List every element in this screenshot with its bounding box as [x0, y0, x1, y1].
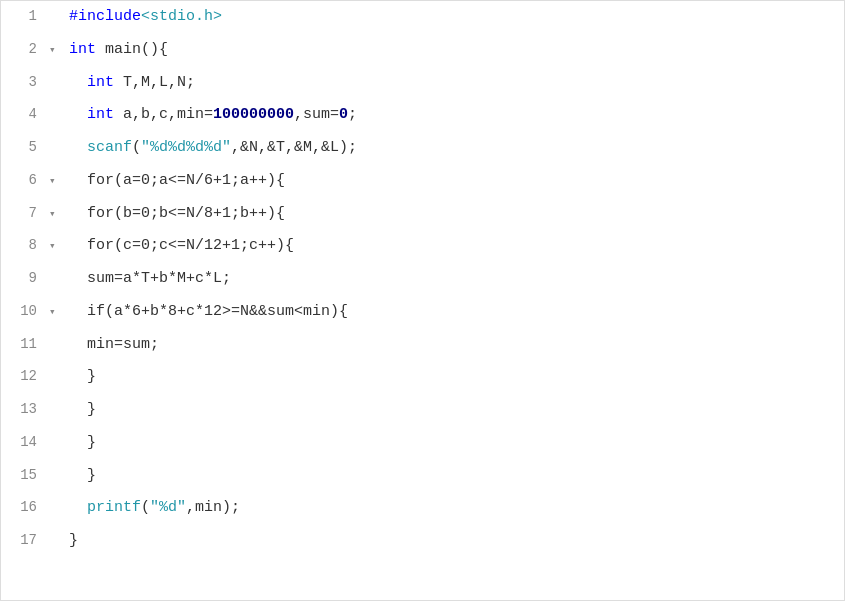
code-line: } — [65, 460, 844, 493]
line-number: 2 — [1, 34, 49, 65]
line-number: 3 — [1, 67, 49, 98]
collapse-arrow[interactable]: ▾ — [49, 200, 65, 223]
code-table: 1#include<stdio.h>2▾int main(){3 int T,M… — [1, 1, 844, 558]
line-number: 5 — [1, 132, 49, 163]
line-number: 14 — [1, 427, 49, 458]
code-line: scanf("%d%d%d%d",&N,&T,&M,&L); — [65, 132, 844, 165]
code-line: if(a*6+b*8+c*12>=N&&sum<min){ — [65, 296, 844, 329]
code-line: } — [65, 427, 844, 460]
collapse-arrow — [49, 375, 65, 380]
code-line: for(b=0;b<=N/8+1;b++){ — [65, 198, 844, 231]
line-number: 13 — [1, 394, 49, 425]
collapse-arrow — [49, 81, 65, 86]
line-number: 16 — [1, 492, 49, 523]
collapse-arrow — [49, 506, 65, 511]
collapse-arrow — [49, 441, 65, 446]
code-line: int main(){ — [65, 34, 844, 67]
code-line: printf("%d",min); — [65, 492, 844, 525]
code-container: 1#include<stdio.h>2▾int main(){3 int T,M… — [0, 0, 845, 601]
code-line: for(c=0;c<=N/12+1;c++){ — [65, 230, 844, 263]
code-line: } — [65, 361, 844, 394]
line-number: 4 — [1, 99, 49, 130]
collapse-arrow — [49, 15, 65, 20]
code-line: sum=a*T+b*M+c*L; — [65, 263, 844, 296]
line-number: 12 — [1, 361, 49, 392]
collapse-arrow — [49, 474, 65, 479]
collapse-arrow[interactable]: ▾ — [49, 36, 65, 59]
collapse-arrow — [49, 277, 65, 282]
line-number: 11 — [1, 329, 49, 360]
collapse-arrow — [49, 146, 65, 151]
collapse-arrow[interactable]: ▾ — [49, 298, 65, 321]
line-number: 1 — [1, 1, 49, 32]
line-number: 10 — [1, 296, 49, 327]
collapse-arrow — [49, 113, 65, 118]
line-number: 15 — [1, 460, 49, 491]
code-line: } — [65, 394, 844, 427]
code-line: #include<stdio.h> — [65, 1, 844, 34]
collapse-arrow — [49, 539, 65, 544]
code-line: for(a=0;a<=N/6+1;a++){ — [65, 165, 844, 198]
line-number: 17 — [1, 525, 49, 556]
code-line: int T,M,L,N; — [65, 67, 844, 100]
line-number: 9 — [1, 263, 49, 294]
collapse-arrow — [49, 343, 65, 348]
line-number: 7 — [1, 198, 49, 229]
line-number: 8 — [1, 230, 49, 261]
collapse-arrow[interactable]: ▾ — [49, 167, 65, 190]
collapse-arrow[interactable]: ▾ — [49, 232, 65, 255]
code-line: int a,b,c,min=100000000,sum=0; — [65, 99, 844, 132]
collapse-arrow — [49, 408, 65, 413]
code-line: min=sum; — [65, 329, 844, 362]
line-number: 6 — [1, 165, 49, 196]
code-line: } — [65, 525, 844, 558]
